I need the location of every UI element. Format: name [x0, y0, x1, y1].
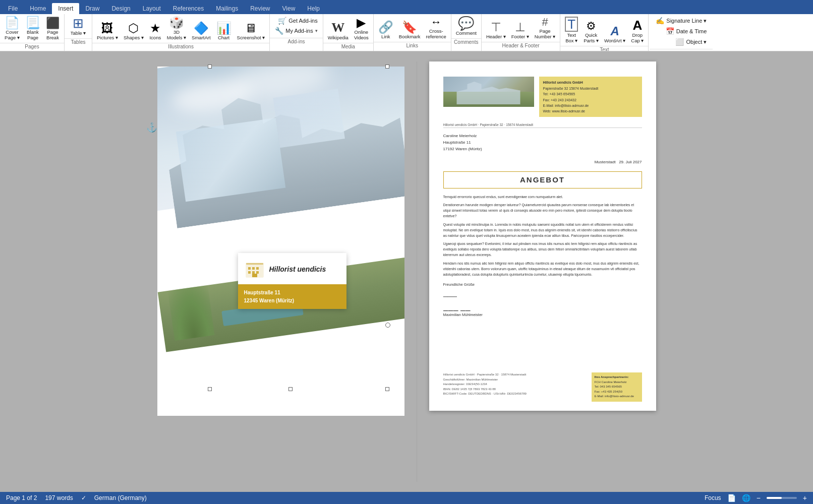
signature-image: ⎯⎯⎯ ⎯⎯	[443, 302, 642, 311]
signature-line-button[interactable]: ✍ Signature Line ▾	[654, 16, 709, 25]
ribbon-group-comments: 💬 Comment Comments	[451, 14, 482, 51]
drop-cap-button[interactable]: A Drop Cap ▾	[628, 18, 646, 44]
table-button[interactable]: ⊞ Table ▾	[67, 16, 90, 37]
view-web-icon[interactable]: 🌐	[742, 494, 750, 502]
proofread-icon[interactable]: ✓	[81, 494, 86, 501]
blank-page-button[interactable]: 📃 Blank Page	[23, 16, 43, 41]
recipient-city: 17192 Waren (Müritz)	[443, 146, 642, 153]
tab-layout[interactable]: Layout	[137, 3, 167, 14]
footer-bic: BIC/SWIFT-Code: DEUTDEDBDNS · USt-IdNr: …	[443, 392, 527, 397]
svg-rect-1	[248, 267, 251, 270]
page-break-button[interactable]: ⬛ Page Break	[43, 17, 62, 41]
cover-page-button[interactable]: 📄 Cover Page ▾	[2, 16, 22, 41]
tab-design[interactable]: Design	[105, 3, 136, 14]
get-addins-button[interactable]: 🛒 Get Add-ins	[276, 16, 319, 25]
svg-rect-2	[252, 267, 255, 270]
svg-rect-6	[256, 271, 259, 274]
selection-handle-top-right[interactable]	[385, 65, 389, 69]
svg-rect-7	[252, 274, 257, 277]
card-address-line1: Hauptstraße 11	[244, 289, 340, 297]
header-button[interactable]: ⊤ Header ▾	[484, 20, 508, 40]
signature-block: Freundliche Grüße –—﻿⁠­​ ⎯⎯⎯ ⎯⎯ Maximili…	[443, 282, 642, 317]
object-button[interactable]: ⬜ Object ▾	[673, 37, 709, 46]
lh-web: Web: www.llisio-admusr.de	[543, 108, 638, 114]
recipient-name: Caroline Meierholz	[443, 133, 642, 140]
footer-right-contact: Ihre Ansprechpartnerin: FCH Caroline Mei…	[592, 372, 642, 402]
ribbon-group-pages: 📄 Cover Page ▾ 📃 Blank Page ⬛ Page Break…	[0, 14, 65, 51]
tree1	[167, 285, 214, 341]
recipient-street: Hauptstraße 11	[443, 140, 642, 146]
body-paragraph-5: Hendam nos idis numus alic tem hillgnisi…	[443, 261, 642, 278]
tab-file[interactable]: File	[2, 3, 24, 14]
comment-button[interactable]: 💬 Comment	[453, 16, 479, 37]
selection-handle-bottom[interactable]	[288, 387, 293, 391]
tab-mailings[interactable]: Mailings	[210, 3, 244, 14]
3d-models-button[interactable]: 🎲 3D Models ▾	[164, 16, 189, 41]
selection-handle-bottom-left[interactable]	[208, 387, 212, 391]
property-image-container	[157, 67, 404, 352]
smartart-button[interactable]: 🔷 SmartArt	[189, 21, 213, 41]
tab-references[interactable]: References	[167, 3, 210, 14]
ribbon-group-links: 🔗 Link 🔖 Bookmark ↔ Cross- reference Lin…	[374, 14, 451, 51]
company-card: Hillorist uendicis Hauptstraße 11 12345 …	[238, 253, 346, 309]
footer-contact-email: E-Mail: info@hisio-admusr.de	[595, 394, 639, 399]
page-separator	[417, 61, 417, 482]
date-value: 29. Juli 2027	[619, 160, 642, 164]
chart-button[interactable]: 📊 Chart	[214, 21, 234, 41]
signature-name: Maximilian Mühlmeister	[443, 312, 642, 317]
tab-insert[interactable]: Insert	[52, 3, 79, 14]
letterhead-top: Hillorist uendicis GmbH Papierstraße 32 …	[443, 77, 642, 117]
building-glass	[176, 118, 285, 202]
link-button[interactable]: 🔗 Link	[376, 20, 396, 40]
selection-handle-top[interactable]	[208, 65, 212, 69]
signature-scribble: –—﻿⁠­​	[443, 291, 457, 301]
ribbon-group-addins: 🛒 Get Add-ins 🔧 My Add-ins ▾ Add-ins	[270, 14, 323, 51]
zoom-slider[interactable]	[767, 497, 797, 499]
footer-manager: Geschäftsführer: Maximilian Mühlmeister	[443, 377, 527, 383]
svg-rect-5	[252, 271, 255, 274]
text-box-button[interactable]: T Text Box ▾	[562, 16, 580, 44]
language[interactable]: German (Germany)	[94, 494, 147, 501]
tab-review[interactable]: Review	[244, 3, 276, 14]
word-count: 197 words	[45, 494, 73, 501]
recipient-block: Caroline Meierholz Hauptstraße 11 17192 …	[443, 133, 642, 152]
screenshot-button[interactable]: 🖥 Screenshot ▾	[235, 21, 268, 41]
date-time-button[interactable]: 📅 Date & Time	[664, 27, 709, 36]
wikipedia-button[interactable]: W Wikipedia	[325, 20, 351, 41]
ribbon-group-illustrations: 🖼 Pictures ▾ ⬡ Shapes ▾ ★ Icons 🎲 3D Mod…	[92, 14, 270, 51]
quick-parts-button[interactable]: ⚙ Quick Parts ▾	[581, 20, 601, 44]
tab-help[interactable]: Help	[301, 3, 326, 14]
online-videos-button[interactable]: ▶ Online Videos	[352, 16, 371, 41]
footer-register: Handelsregister: 33ES4(50-1234	[443, 382, 527, 387]
cross-reference-button[interactable]: ↔ Cross- reference	[424, 16, 449, 40]
my-addins-button[interactable]: 🔧 My Add-ins ▾	[273, 26, 319, 35]
letterhead-info-block: Hillorist uendicis GmbH Papierstraße 32 …	[539, 77, 642, 117]
bookmark-button[interactable]: 🔖 Bookmark	[396, 20, 423, 40]
footer-contact-fax: Fax: +43 435 254(50	[595, 390, 639, 395]
tab-draw[interactable]: Draw	[79, 3, 105, 14]
svg-rect-3	[256, 267, 259, 270]
ribbon-group-tables: ⊞ Table ▾ Tables	[65, 14, 92, 51]
card-header: Hillorist uendicis	[238, 253, 346, 284]
body-paragraph-4: Ugaecqi qiuos sequatuer? Evelonimi, il i…	[443, 241, 642, 258]
pictures-button[interactable]: 🖼 Pictures ▾	[94, 21, 121, 41]
ribbon-tab-bar: File Home Insert Draw Design Layout Refe…	[0, 0, 813, 14]
shapes-button[interactable]: ⬡ Shapes ▾	[121, 21, 146, 41]
page-number-button[interactable]: # Page Number ▾	[532, 16, 558, 40]
lh-fax: Fax: +43 243 243432	[543, 97, 638, 103]
focus-button[interactable]: Focus	[705, 494, 721, 501]
view-print-icon[interactable]: 📄	[727, 494, 736, 502]
tab-home[interactable]: Home	[24, 3, 52, 14]
zoom-in-button[interactable]: +	[803, 494, 807, 502]
wordart-button[interactable]: A WordArt ▾	[602, 24, 628, 44]
body-paragraph-3: Quest volupta vid minctinulpa in. Lorend…	[443, 222, 642, 239]
icons-button[interactable]: ★ Icons	[147, 21, 164, 41]
selection-handle-bottom-right[interactable]	[385, 387, 389, 391]
left-page: Hillorist uendicis Hauptstraße 11 12345 …	[157, 67, 404, 416]
zoom-out-button[interactable]: −	[757, 494, 761, 502]
image-resize-handle[interactable]	[385, 323, 390, 328]
header-footer-group-label: Header & Footer	[482, 42, 560, 49]
tab-view[interactable]: View	[276, 3, 302, 14]
page-info: Page 1 of 2	[6, 494, 37, 501]
footer-button[interactable]: ⊥ Footer ▾	[509, 20, 532, 40]
